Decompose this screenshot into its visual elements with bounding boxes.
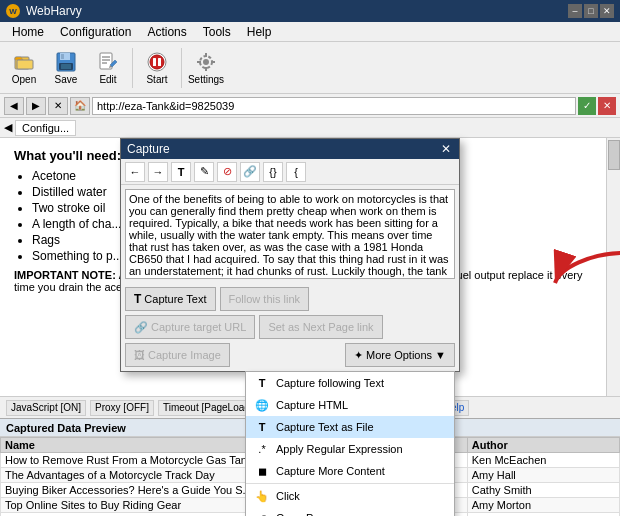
capture-following-text-icon: T [254, 375, 270, 391]
svg-point-12 [150, 55, 164, 69]
close-button[interactable]: ✕ [600, 4, 614, 18]
capture-brace-btn[interactable]: { [286, 162, 306, 182]
capture-text-tool-btn[interactable]: T [171, 162, 191, 182]
follow-link-label: Follow this link [229, 293, 301, 305]
minimize-button[interactable]: – [568, 4, 582, 18]
capture-actions-2: 🔗 Capture target URL Set as Next Page li… [121, 315, 459, 343]
capture-dialog: Capture ✕ ← → T ✎ ⊘ 🔗 {} { One of the be… [120, 138, 460, 372]
address-bar: ◀ ▶ ✕ 🏠 ✓ ✕ [0, 94, 620, 118]
dropdown-sep-1 [246, 483, 454, 484]
app-logo: W [6, 4, 20, 18]
menu-help[interactable]: Help [239, 23, 280, 41]
back-button[interactable]: ◀ [4, 97, 24, 115]
save-button[interactable]: Save [46, 46, 86, 90]
capture-text-button[interactable]: T Capture Text [125, 287, 216, 311]
capture-link-btn[interactable]: 🔗 [240, 162, 260, 182]
set-next-page-button[interactable]: Set as Next Page link [259, 315, 382, 339]
follow-link-button[interactable]: Follow this link [220, 287, 310, 311]
edit-button[interactable]: Edit [88, 46, 128, 90]
capture-title-bar: Capture ✕ [121, 139, 459, 159]
edit-label: Edit [99, 74, 116, 85]
save-icon [55, 51, 77, 73]
url-input[interactable] [92, 97, 576, 115]
red-arrow [550, 248, 620, 301]
more-options-dropdown: T Capture following Text 🌐 Capture HTML … [245, 371, 455, 516]
capture-url-icon: 🔗 [134, 321, 148, 334]
capture-text-label: Capture Text [144, 293, 206, 305]
menu-configuration[interactable]: Configuration [52, 23, 139, 41]
svg-point-15 [203, 59, 209, 65]
start-icon [146, 51, 168, 73]
capture-stop-btn[interactable]: ⊘ [217, 162, 237, 182]
set-next-page-label: Set as Next Page link [268, 321, 373, 333]
more-options-label: More Options [366, 349, 432, 361]
more-options-container: ✦ More Options ▼ T Capture following Tex… [345, 343, 455, 367]
menu-actions[interactable]: Actions [139, 23, 194, 41]
capture-image-button[interactable]: 🖼 Capture Image [125, 343, 230, 367]
capture-back-btn[interactable]: ← [125, 162, 145, 182]
capture-html-icon: 🌐 [254, 397, 270, 413]
capture-text-file-label: Capture Text as File [276, 421, 374, 433]
capture-html-label: Capture HTML [276, 399, 348, 411]
open-popup-label: Open Popup [276, 512, 338, 516]
capture-file-icon: T [254, 419, 270, 435]
capture-following-text-item[interactable]: T Capture following Text [246, 372, 454, 394]
menu-tools[interactable]: Tools [195, 23, 239, 41]
row-author: Simon P Max... [467, 513, 619, 517]
apply-regex-item[interactable]: .* Apply Regular Expression [246, 438, 454, 460]
open-icon [13, 51, 35, 73]
svg-rect-6 [61, 64, 71, 69]
apply-regex-label: Apply Regular Expression [276, 443, 403, 455]
capture-html-item[interactable]: 🌐 Capture HTML [246, 394, 454, 416]
col-author: Author [467, 438, 619, 453]
capture-actions: T Capture Text Follow this link [121, 283, 459, 315]
forward-button[interactable]: ▶ [26, 97, 46, 115]
row-author: Amy Hall [467, 468, 619, 483]
svg-rect-19 [197, 61, 201, 63]
menu-bar: Home Configuration Actions Tools Help [0, 22, 620, 42]
capture-close-button[interactable]: ✕ [439, 142, 453, 156]
capture-more-content-item[interactable]: ◼ Capture More Content [246, 460, 454, 482]
title-bar: W WebHarvy – □ ✕ [0, 0, 620, 22]
capture-url-label: Capture target URL [151, 321, 246, 333]
capture-image-icon: 🖼 [134, 349, 145, 361]
capture-more-label: Capture More Content [276, 465, 385, 477]
capture-forward-btn[interactable]: → [148, 162, 168, 182]
start-button[interactable]: Start [137, 46, 177, 90]
config-tab[interactable]: Configu... [15, 120, 76, 136]
settings-button[interactable]: Settings [186, 46, 226, 90]
svg-rect-14 [158, 58, 161, 66]
regex-icon: .* [254, 441, 270, 457]
main-area: What you'll need: Acetone Distilled wate… [0, 138, 620, 396]
menu-home[interactable]: Home [4, 23, 52, 41]
stop-button[interactable]: ✕ [48, 97, 68, 115]
settings-label: Settings [188, 74, 224, 85]
click-label: Click [276, 490, 300, 502]
svg-rect-20 [211, 61, 215, 63]
open-popup-item[interactable]: ↗ Open Popup [246, 507, 454, 516]
more-options-button[interactable]: ✦ More Options ▼ [345, 343, 455, 367]
navigate-button[interactable]: ✓ [578, 97, 596, 115]
toolbar-separator-1 [132, 48, 133, 88]
home-button[interactable]: 🏠 [70, 97, 90, 115]
capture-toolbar: ← → T ✎ ⊘ 🔗 {} { [121, 159, 459, 185]
more-options-arrow: ▼ [435, 349, 446, 361]
cancel-nav-button[interactable]: ✕ [598, 97, 616, 115]
svg-rect-18 [205, 67, 207, 71]
config-label: ◀ [4, 121, 12, 134]
row-author: Amy Morton [467, 498, 619, 513]
window-controls[interactable]: – □ ✕ [568, 4, 614, 18]
capture-url-button[interactable]: 🔗 Capture target URL [125, 315, 255, 339]
open-button[interactable]: Open [4, 46, 44, 90]
click-item[interactable]: 👆 Click [246, 485, 454, 507]
svg-rect-1 [17, 60, 33, 69]
maximize-button[interactable]: □ [584, 4, 598, 18]
capture-script-btn[interactable]: {} [263, 162, 283, 182]
capture-text-as-file-item[interactable]: T Capture Text as File [246, 416, 454, 438]
config-bar: ◀ Configu... [0, 118, 620, 138]
start-label: Start [146, 74, 167, 85]
open-popup-icon: ↗ [254, 510, 270, 516]
capture-following-text-label: Capture following Text [276, 377, 384, 389]
capture-edit-btn[interactable]: ✎ [194, 162, 214, 182]
open-label: Open [12, 74, 36, 85]
